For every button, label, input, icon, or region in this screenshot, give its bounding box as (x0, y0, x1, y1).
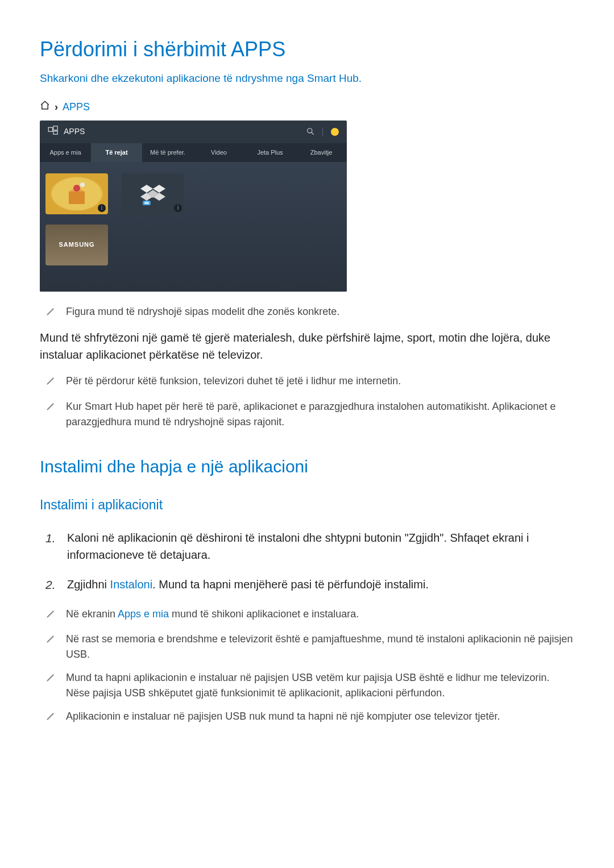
tab-apps-e-mia[interactable]: Apps e mia (40, 143, 91, 162)
install-steps: 1. Kaloni në aplikacionin që dëshironi t… (45, 529, 574, 594)
install-link-word: Instaloni (110, 578, 153, 591)
app-tile-dropbox[interactable]: i (122, 173, 184, 214)
pencil-icon (45, 304, 56, 322)
note-text: Në rast se memoria e brendshme e televiz… (66, 632, 574, 662)
note-text: Mund ta hapni aplikacionin e instaluar n… (66, 670, 574, 701)
text-fragment: mund të shikoni aplikacionet e instaluar… (169, 608, 359, 620)
divider (322, 127, 323, 136)
page-subtitle: Shkarkoni dhe ekzekutoni aplikacione të … (40, 70, 574, 87)
svg-rect-15 (144, 202, 149, 203)
step-text: Zgjidhni Instaloni. Mund ta hapni menjëh… (67, 576, 429, 594)
pencil-icon (45, 399, 56, 430)
svg-rect-5 (69, 192, 85, 204)
home-icon (40, 99, 50, 115)
svg-rect-2 (53, 131, 57, 134)
search-icon[interactable] (306, 124, 314, 140)
svg-point-3 (308, 128, 312, 132)
step-number: 1. (45, 529, 57, 563)
note-text: Aplikacionin e instaluar në pajisjen USB… (66, 709, 574, 726)
note-internet-required: Për të përdorur këtë funksion, televizor… (45, 373, 574, 391)
info-badge-icon: i (98, 204, 106, 212)
pencil-icon (45, 607, 56, 624)
step-text: Kaloni në aplikacionin që dëshironi të i… (67, 529, 574, 563)
note-text: Për të përdorur këtë funksion, televizor… (66, 373, 574, 391)
note-usb-install: Në rast se memoria e brendshme e televiz… (45, 632, 574, 662)
note-usb-open: Mund ta hapni aplikacionin e instaluar n… (45, 670, 574, 701)
note-usb-other-device: Aplikacionin e instaluar në pajisjen USB… (45, 709, 574, 726)
pencil-icon (45, 709, 56, 726)
note-text: Në ekranin Apps e mia mund të shikoni ap… (66, 607, 574, 624)
pencil-icon (45, 670, 56, 701)
tv-tabs: Apps e mia Të rejat Më të prefer. Video … (40, 143, 347, 162)
svg-rect-0 (48, 127, 52, 131)
note-apps-e-mia: Në ekranin Apps e mia mund të shikoni ap… (45, 607, 574, 624)
section-title-install-open: Instalimi dhe hapja e një aplikacioni (40, 454, 574, 479)
note-figure-varies: Figura mund të ndryshojë sipas modelit d… (45, 304, 574, 322)
info-badge-icon: i (174, 204, 182, 212)
tv-header: APPS (40, 121, 347, 144)
tab-me-te-prefer[interactable]: Më të prefer. (142, 143, 193, 162)
tv-screenshot: APPS Apps e mia Të rejat Më të prefer. V… (40, 121, 347, 292)
tv-header-label: APPS (64, 126, 85, 138)
settings-badge-icon[interactable] (331, 128, 339, 136)
pencil-icon (45, 632, 56, 662)
text-fragment: . Mund ta hapni menjëherë pasi të përfun… (152, 578, 429, 591)
note-smart-hub-first-open: Kur Smart Hub hapet për herë të parë, ap… (45, 399, 574, 430)
breadcrumb: › APPS (40, 99, 574, 115)
tv-content: i SAMSUNG i (40, 162, 347, 292)
step-number: 2. (45, 576, 57, 594)
tab-zbavitje[interactable]: Zbavitje (296, 143, 347, 162)
svg-point-7 (73, 185, 80, 192)
page-title: Përdorimi i shërbimit APPS (40, 34, 574, 65)
apps-grid-icon (48, 126, 59, 138)
tab-te-rejat[interactable]: Të rejat (91, 143, 142, 162)
step-2: 2. Zgjidhni Instaloni. Mund ta hapni men… (45, 576, 574, 594)
pencil-icon (45, 373, 56, 391)
svg-rect-14 (143, 201, 151, 205)
app-tile-samsung[interactable]: SAMSUNG (45, 225, 108, 265)
apps-e-mia-link-word: Apps e mia (118, 608, 169, 620)
svg-point-8 (80, 182, 85, 187)
app-tile-settings[interactable]: i (45, 173, 108, 214)
note-text: Figura mund të ndryshojë sipas modelit d… (66, 304, 574, 322)
svg-rect-16 (144, 203, 149, 204)
body-paragraph: Mund të shfrytëzoni një gamë të gjerë ma… (40, 329, 574, 363)
note-text: Kur Smart Hub hapet për herë të parë, ap… (66, 399, 574, 430)
svg-line-4 (312, 132, 314, 134)
tab-video[interactable]: Video (193, 143, 244, 162)
breadcrumb-apps: APPS (63, 99, 90, 115)
text-fragment: Në ekranin (66, 608, 118, 620)
text-fragment: Zgjidhni (67, 578, 110, 591)
subsection-title-install: Instalimi i aplikacionit (40, 495, 574, 515)
tab-jeta-plus[interactable]: Jeta Plus (244, 143, 296, 162)
chevron-right-icon: › (55, 99, 58, 115)
step-1: 1. Kaloni në aplikacionin që dëshironi t… (45, 529, 574, 563)
svg-rect-1 (53, 126, 57, 130)
